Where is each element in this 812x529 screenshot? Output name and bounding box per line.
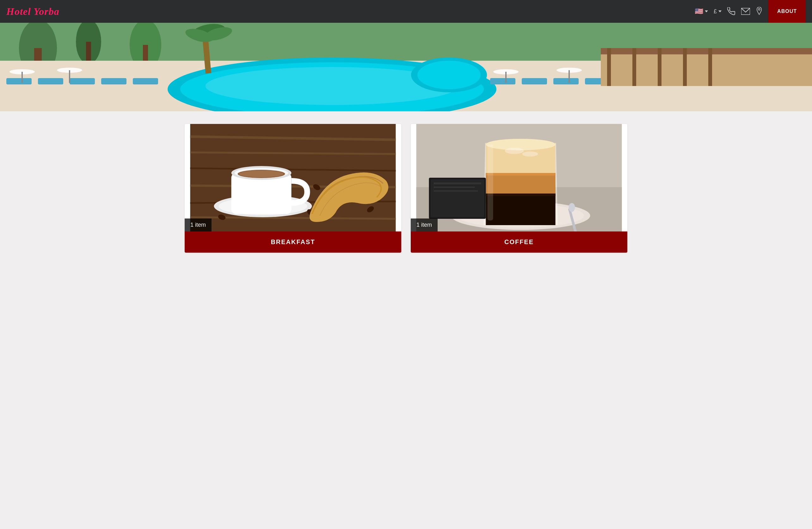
coffee-image-wrapper: 1 item	[411, 124, 627, 232]
main-content: 1 item BREAKFAST	[0, 111, 812, 265]
svg-rect-41	[683, 48, 687, 86]
currency-symbol: £	[714, 8, 717, 15]
svg-rect-39	[633, 48, 636, 86]
breakfast-button[interactable]: BREAKFAST	[185, 232, 401, 253]
chevron-down-icon	[719, 11, 722, 12]
breakfast-badge: 1 item	[185, 219, 212, 232]
svg-rect-24	[522, 78, 547, 85]
location-icon	[756, 7, 763, 16]
breakfast-image-wrapper: 1 item	[185, 124, 401, 232]
svg-rect-90	[434, 187, 475, 188]
svg-rect-22	[69, 70, 70, 83]
svg-rect-16	[70, 78, 95, 85]
logo: Hotel Yorba	[6, 6, 59, 17]
svg-point-84	[505, 148, 524, 154]
phone-icon	[727, 7, 736, 15]
header: Hotel Yorba 🇺🇸 £ ABOUT	[0, 0, 812, 23]
svg-rect-88	[431, 179, 484, 217]
location-button[interactable]	[756, 7, 763, 16]
svg-rect-40	[658, 48, 662, 86]
svg-rect-79	[486, 193, 555, 196]
svg-rect-78	[486, 193, 555, 225]
svg-point-62	[240, 171, 284, 177]
hero-banner	[0, 23, 812, 111]
about-button[interactable]: ABOUT	[768, 0, 806, 23]
svg-rect-42	[708, 48, 712, 86]
svg-rect-80	[486, 173, 555, 193]
flag-icon: 🇺🇸	[695, 7, 703, 15]
svg-rect-18	[133, 78, 158, 85]
svg-point-48	[417, 61, 481, 89]
coffee-card: 1 item COFFEE	[411, 124, 627, 253]
svg-rect-17	[101, 78, 127, 85]
mail-button[interactable]	[741, 8, 750, 15]
svg-rect-14	[6, 78, 32, 85]
svg-point-1	[758, 9, 760, 10]
coffee-badge: 1 item	[411, 219, 438, 232]
currency-selector[interactable]: £	[714, 8, 722, 15]
chevron-down-icon	[705, 11, 708, 12]
cards-grid: 1 item BREAKFAST	[185, 124, 627, 253]
svg-rect-15	[38, 78, 63, 85]
svg-rect-33	[568, 70, 570, 83]
svg-point-85	[522, 151, 538, 157]
svg-rect-20	[21, 72, 23, 83]
mail-icon	[741, 8, 750, 15]
phone-button[interactable]	[727, 7, 736, 15]
svg-rect-81	[486, 173, 555, 176]
svg-rect-23	[490, 78, 516, 85]
svg-rect-86	[488, 145, 493, 220]
svg-rect-38	[607, 48, 611, 86]
svg-rect-89	[434, 182, 481, 184]
svg-rect-91	[434, 190, 478, 192]
hero-image	[0, 23, 812, 111]
coffee-image	[411, 124, 627, 232]
breakfast-card: 1 item BREAKFAST	[185, 124, 401, 253]
language-selector[interactable]: 🇺🇸	[695, 7, 708, 15]
header-actions: 🇺🇸 £ ABOUT	[695, 0, 806, 23]
breakfast-image	[185, 124, 401, 232]
svg-rect-31	[505, 72, 507, 83]
svg-rect-25	[553, 78, 579, 85]
coffee-button[interactable]: COFFEE	[411, 232, 627, 253]
svg-point-74	[569, 203, 575, 212]
